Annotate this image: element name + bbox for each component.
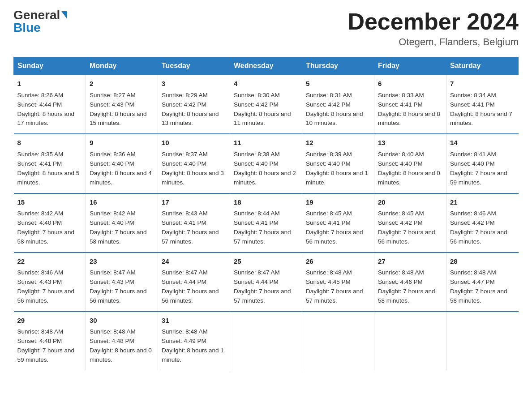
location-subtitle: Otegem, Flanders, Belgium bbox=[348, 36, 519, 48]
day-number: 15 bbox=[17, 197, 82, 208]
calendar-week-row: 1Sunrise: 8:26 AMSunset: 4:44 PMDaylight… bbox=[14, 75, 519, 134]
calendar-body: 1Sunrise: 8:26 AMSunset: 4:44 PMDaylight… bbox=[14, 75, 519, 370]
day-number: 11 bbox=[234, 138, 298, 148]
day-number: 21 bbox=[450, 197, 515, 208]
day-info: Sunrise: 8:37 AMSunset: 4:40 PMDaylight:… bbox=[162, 150, 226, 188]
day-number: 24 bbox=[162, 257, 226, 267]
page-header: General Blue December 2024 Otegem, Fland… bbox=[13, 9, 519, 48]
calendar-week-row: 29Sunrise: 8:48 AMSunset: 4:48 PMDayligh… bbox=[14, 312, 519, 370]
day-info: Sunrise: 8:46 AMSunset: 4:43 PMDaylight:… bbox=[17, 268, 82, 306]
day-info: Sunrise: 8:48 AMSunset: 4:48 PMDaylight:… bbox=[90, 327, 154, 365]
day-number: 17 bbox=[162, 197, 226, 208]
day-number: 18 bbox=[234, 197, 298, 208]
day-number: 19 bbox=[306, 197, 370, 208]
table-row: 27Sunrise: 8:48 AMSunset: 4:46 PMDayligh… bbox=[374, 253, 446, 312]
day-number: 22 bbox=[17, 257, 82, 267]
day-info: Sunrise: 8:33 AMSunset: 4:41 PMDaylight:… bbox=[378, 91, 442, 128]
day-number: 7 bbox=[450, 79, 515, 89]
day-info: Sunrise: 8:43 AMSunset: 4:41 PMDaylight:… bbox=[162, 209, 226, 247]
table-row: 14Sunrise: 8:41 AMSunset: 4:40 PMDayligh… bbox=[446, 134, 519, 193]
day-number: 10 bbox=[162, 138, 226, 148]
col-wednesday: Wednesday bbox=[230, 57, 302, 75]
col-friday: Friday bbox=[374, 57, 446, 75]
table-row: 9Sunrise: 8:36 AMSunset: 4:40 PMDaylight… bbox=[86, 134, 158, 193]
table-row: 7Sunrise: 8:34 AMSunset: 4:41 PMDaylight… bbox=[446, 75, 519, 134]
table-row: 24Sunrise: 8:47 AMSunset: 4:44 PMDayligh… bbox=[158, 253, 230, 312]
day-info: Sunrise: 8:45 AMSunset: 4:42 PMDaylight:… bbox=[378, 209, 442, 247]
day-info: Sunrise: 8:44 AMSunset: 4:41 PMDaylight:… bbox=[234, 209, 298, 247]
logo-blue-text: Blue bbox=[13, 21, 41, 34]
table-row: 13Sunrise: 8:40 AMSunset: 4:40 PMDayligh… bbox=[374, 134, 446, 193]
day-number: 6 bbox=[378, 79, 442, 89]
day-number: 29 bbox=[17, 316, 82, 326]
header-row: Sunday Monday Tuesday Wednesday Thursday… bbox=[14, 57, 519, 75]
day-number: 23 bbox=[90, 257, 154, 267]
day-number: 8 bbox=[17, 138, 82, 148]
col-thursday: Thursday bbox=[302, 57, 374, 75]
calendar-week-row: 8Sunrise: 8:35 AMSunset: 4:41 PMDaylight… bbox=[14, 134, 519, 193]
day-info: Sunrise: 8:47 AMSunset: 4:44 PMDaylight:… bbox=[162, 268, 226, 306]
day-number: 30 bbox=[90, 316, 154, 326]
day-info: Sunrise: 8:30 AMSunset: 4:42 PMDaylight:… bbox=[234, 91, 298, 128]
day-number: 13 bbox=[378, 138, 442, 148]
table-row: 12Sunrise: 8:39 AMSunset: 4:40 PMDayligh… bbox=[302, 134, 374, 193]
calendar-week-row: 15Sunrise: 8:42 AMSunset: 4:40 PMDayligh… bbox=[14, 193, 519, 253]
month-year-title: December 2024 bbox=[348, 9, 519, 34]
calendar-header: Sunday Monday Tuesday Wednesday Thursday… bbox=[14, 57, 519, 75]
table-row bbox=[230, 312, 302, 370]
day-number: 5 bbox=[306, 79, 370, 89]
day-number: 12 bbox=[306, 138, 370, 148]
day-info: Sunrise: 8:48 AMSunset: 4:46 PMDaylight:… bbox=[378, 268, 442, 306]
day-info: Sunrise: 8:36 AMSunset: 4:40 PMDaylight:… bbox=[90, 150, 154, 188]
table-row: 23Sunrise: 8:47 AMSunset: 4:43 PMDayligh… bbox=[86, 253, 158, 312]
day-number: 3 bbox=[162, 79, 226, 89]
title-block: December 2024 Otegem, Flanders, Belgium bbox=[348, 9, 519, 48]
day-number: 1 bbox=[17, 79, 82, 89]
day-info: Sunrise: 8:47 AMSunset: 4:44 PMDaylight:… bbox=[234, 268, 298, 306]
day-number: 14 bbox=[450, 138, 515, 148]
day-number: 9 bbox=[90, 138, 154, 148]
day-number: 2 bbox=[90, 79, 154, 89]
table-row: 5Sunrise: 8:31 AMSunset: 4:42 PMDaylight… bbox=[302, 75, 374, 134]
day-info: Sunrise: 8:48 AMSunset: 4:45 PMDaylight:… bbox=[306, 268, 370, 306]
table-row: 29Sunrise: 8:48 AMSunset: 4:48 PMDayligh… bbox=[14, 312, 86, 370]
table-row: 30Sunrise: 8:48 AMSunset: 4:48 PMDayligh… bbox=[86, 312, 158, 370]
day-number: 16 bbox=[90, 197, 154, 208]
table-row: 8Sunrise: 8:35 AMSunset: 4:41 PMDaylight… bbox=[14, 134, 86, 193]
table-row: 1Sunrise: 8:26 AMSunset: 4:44 PMDaylight… bbox=[14, 75, 86, 134]
table-row: 17Sunrise: 8:43 AMSunset: 4:41 PMDayligh… bbox=[158, 193, 230, 253]
table-row: 22Sunrise: 8:46 AMSunset: 4:43 PMDayligh… bbox=[14, 253, 86, 312]
day-info: Sunrise: 8:47 AMSunset: 4:43 PMDaylight:… bbox=[90, 268, 154, 306]
calendar-table: Sunday Monday Tuesday Wednesday Thursday… bbox=[13, 57, 519, 370]
day-info: Sunrise: 8:42 AMSunset: 4:40 PMDaylight:… bbox=[90, 209, 154, 247]
table-row: 3Sunrise: 8:29 AMSunset: 4:42 PMDaylight… bbox=[158, 75, 230, 134]
table-row bbox=[374, 312, 446, 370]
day-info: Sunrise: 8:42 AMSunset: 4:40 PMDaylight:… bbox=[17, 209, 82, 247]
day-info: Sunrise: 8:27 AMSunset: 4:43 PMDaylight:… bbox=[90, 91, 154, 128]
day-info: Sunrise: 8:48 AMSunset: 4:47 PMDaylight:… bbox=[450, 268, 515, 306]
table-row: 28Sunrise: 8:48 AMSunset: 4:47 PMDayligh… bbox=[446, 253, 519, 312]
table-row: 18Sunrise: 8:44 AMSunset: 4:41 PMDayligh… bbox=[230, 193, 302, 253]
table-row: 10Sunrise: 8:37 AMSunset: 4:40 PMDayligh… bbox=[158, 134, 230, 193]
day-info: Sunrise: 8:38 AMSunset: 4:40 PMDaylight:… bbox=[234, 150, 298, 188]
day-number: 20 bbox=[378, 197, 442, 208]
day-info: Sunrise: 8:39 AMSunset: 4:40 PMDaylight:… bbox=[306, 150, 370, 188]
calendar-week-row: 22Sunrise: 8:46 AMSunset: 4:43 PMDayligh… bbox=[14, 253, 519, 312]
day-info: Sunrise: 8:35 AMSunset: 4:41 PMDaylight:… bbox=[17, 150, 82, 188]
table-row bbox=[302, 312, 374, 370]
day-info: Sunrise: 8:26 AMSunset: 4:44 PMDaylight:… bbox=[17, 91, 82, 128]
day-number: 4 bbox=[234, 79, 298, 89]
day-info: Sunrise: 8:31 AMSunset: 4:42 PMDaylight:… bbox=[306, 91, 370, 128]
day-number: 27 bbox=[378, 257, 442, 267]
table-row bbox=[446, 312, 519, 370]
col-tuesday: Tuesday bbox=[158, 57, 230, 75]
day-info: Sunrise: 8:40 AMSunset: 4:40 PMDaylight:… bbox=[378, 150, 442, 188]
table-row: 25Sunrise: 8:47 AMSunset: 4:44 PMDayligh… bbox=[230, 253, 302, 312]
table-row: 15Sunrise: 8:42 AMSunset: 4:40 PMDayligh… bbox=[14, 193, 86, 253]
col-sunday: Sunday bbox=[14, 57, 86, 75]
col-saturday: Saturday bbox=[446, 57, 519, 75]
table-row: 6Sunrise: 8:33 AMSunset: 4:41 PMDaylight… bbox=[374, 75, 446, 134]
logo-triangle-icon bbox=[61, 11, 67, 18]
table-row: 2Sunrise: 8:27 AMSunset: 4:43 PMDaylight… bbox=[86, 75, 158, 134]
day-info: Sunrise: 8:48 AMSunset: 4:49 PMDaylight:… bbox=[162, 327, 226, 365]
